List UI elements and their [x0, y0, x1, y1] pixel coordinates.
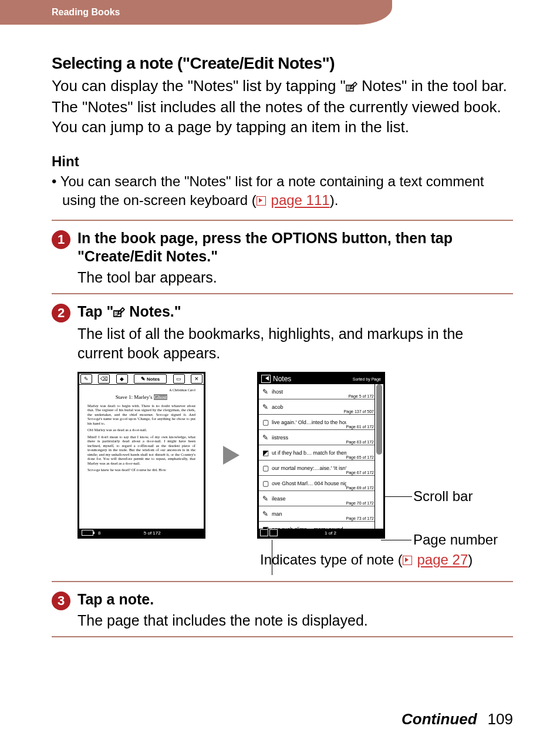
callout-scrollbar: Scroll bar — [413, 488, 473, 505]
page-footer: Continued109 — [402, 710, 513, 728]
list-item: ✎acobPage 137 of 507 — [259, 399, 375, 415]
step3-title: Tap a note. — [77, 590, 513, 609]
view-icons — [260, 529, 278, 536]
caption-text-1: Indicates type of note ( — [260, 552, 403, 567]
hint-item: You can search the "Notes" list for a no… — [52, 172, 513, 209]
link-icon[interactable] — [257, 196, 266, 206]
top-banner: Reading Books — [0, 0, 392, 25]
step2-desc: The list of all the bookmarks, highlight… — [77, 324, 513, 362]
highlight-icon: ◆ — [116, 374, 128, 384]
hint-heading: Hint — [52, 153, 513, 170]
titlebar: Notes Sorted by Page — [259, 374, 383, 384]
step-2: 2 Tap " Notes." The list of all the book… — [52, 303, 513, 362]
list-item: ◩aps such glimp… merry sound, oPage 87 o… — [259, 522, 375, 529]
list-item: ✎ihostPage 5 of 172 — [259, 384, 375, 399]
hint-text-2: ). — [330, 192, 339, 208]
note-page: Page 137 of 507 — [344, 409, 374, 414]
status-bar: 8 5 of 172 — [79, 529, 204, 537]
screenshot-book-page: ✎ ⌫ ◆ ✎Notes ▭ ✕ A Christmas Carol Stave… — [77, 372, 205, 539]
separator — [52, 220, 513, 221]
step1-title: In the book page, press the OPTIONS butt… — [77, 229, 513, 266]
separator — [52, 636, 513, 637]
pen-icon: ✎ — [80, 374, 92, 384]
running-head: A Christmas Carol — [87, 388, 195, 392]
note-text: our mortal money:…aise.' 'It isn't t — [272, 465, 346, 471]
note-icon — [113, 304, 125, 322]
note-text: iistress — [272, 435, 346, 441]
caption-link[interactable]: page 27 — [417, 552, 468, 567]
callout-scroll-text: Scroll bar — [413, 488, 473, 504]
separator — [52, 293, 513, 294]
screenshot-notes-list: Notes Sorted by Page ✎ihostPage 5 of 172… — [257, 372, 385, 539]
step-3: 3 Tap a note. The page that includes the… — [52, 590, 513, 630]
step2-title-2: ." — [170, 303, 181, 320]
note-type-icon: ✎ — [259, 434, 272, 442]
step2-title-notes: Notes — [125, 303, 170, 320]
caption-text-2: ) — [468, 552, 473, 567]
toolbar-notes-button: ✎Notes — [134, 374, 167, 384]
page-heading: Selecting a note ("Create/Edit Notes") — [52, 54, 513, 73]
status-bar: 1 of 2 — [259, 529, 383, 537]
note-type-caption: Indicates type of note ( page 27) — [260, 552, 513, 568]
note-text: ove Ghost Marl… 004 house night — [272, 480, 346, 486]
step-number-3: 3 — [52, 592, 70, 610]
callout-pagenumber: Page number — [413, 532, 498, 548]
scrollbar-thumb — [376, 384, 382, 455]
book-para: Marley was dead: to begin with. There is… — [87, 404, 195, 425]
link-icon[interactable] — [403, 556, 412, 565]
continued-label: Continued — [402, 710, 477, 728]
battery-icon — [82, 530, 93, 536]
callout-page-text: Page number — [413, 532, 498, 547]
intro-paragraph: You can display the "Notes" list by tapp… — [52, 76, 513, 137]
list-item: ◩ut if they had b… match for themPage 65… — [259, 445, 375, 461]
list-item: ✎iistressPage 63 of 172 — [259, 430, 375, 445]
leader-line — [272, 540, 272, 575]
figure-area: ✎ ⌫ ◆ ✎Notes ▭ ✕ A Christmas Carol Stave… — [52, 372, 513, 568]
hint-link[interactable]: page 111 — [271, 192, 330, 208]
step-1: 1 In the book page, press the OPTIONS bu… — [52, 229, 513, 287]
note-page: Page 61 of 172 — [346, 425, 375, 429]
toolbar: ✎ ⌫ ◆ ✎Notes ▭ ✕ — [79, 374, 204, 385]
note-page: Page 5 of 172 — [348, 394, 374, 398]
step2-title: Tap " Notes." — [77, 303, 513, 322]
note-type-icon: ◩ — [259, 449, 272, 457]
note-text: acob — [272, 404, 344, 410]
page-number: 109 — [488, 710, 513, 728]
note-type-icon: ✎ — [259, 510, 272, 518]
highlighted-word: Ghost — [154, 394, 168, 400]
eraser-icon: ⌫ — [98, 374, 110, 384]
book-para: Mind! I don't mean to say that I know, o… — [87, 435, 195, 465]
note-page: Page 67 of 172 — [346, 471, 375, 475]
chapter-title: Stave 1: Marley's Ghost — [87, 394, 195, 400]
note-type-icon: ▢ — [259, 418, 272, 426]
note-text: ihost — [272, 389, 348, 395]
sort-label: Sorted by Page — [353, 377, 381, 381]
note-text: live again.' Old…inted to the hour — [272, 419, 346, 425]
book-icon: ▭ — [173, 374, 185, 384]
note-page: Page 63 of 172 — [346, 440, 375, 444]
intro-text-1: You can display the "Notes" list by tapp… — [52, 77, 346, 95]
arrow-icon — [223, 446, 239, 465]
step-number-1: 1 — [52, 230, 70, 249]
hint-list: You can search the "Notes" list for a no… — [52, 172, 513, 209]
list-item: ▢live again.' Old…inted to the hourPage … — [259, 415, 375, 430]
scrollbar-track — [375, 384, 383, 529]
page-content: Selecting a note ("Create/Edit Notes") Y… — [0, 25, 560, 637]
step-number-2: 2 — [52, 304, 70, 322]
titlebar-label: Notes — [273, 375, 350, 383]
page-indicator: 5 of 172 — [100, 530, 204, 536]
note-text: man — [272, 511, 346, 517]
step1-desc: The tool bar appears. — [77, 268, 513, 287]
step2-title-1: Tap " — [77, 303, 113, 320]
note-type-icon: ✎ — [259, 403, 272, 411]
note-type-icon: ▢ — [259, 479, 272, 488]
note-page: Page 73 of 172 — [346, 516, 375, 520]
book-para: Old Marley was as dead as a door-nail. — [87, 428, 195, 432]
note-page: Page 65 of 172 — [346, 455, 375, 459]
list-item: ▢ove Ghost Marl… 004 house nightPage 69 … — [259, 476, 375, 491]
close-icon: ✕ — [191, 374, 203, 384]
intro-notes-word: Notes — [357, 77, 402, 95]
note-text: ilease — [272, 496, 346, 502]
note-type-icon: ▢ — [259, 464, 272, 472]
book-body: A Christmas Carol Stave 1: Marley's Ghos… — [79, 385, 204, 478]
